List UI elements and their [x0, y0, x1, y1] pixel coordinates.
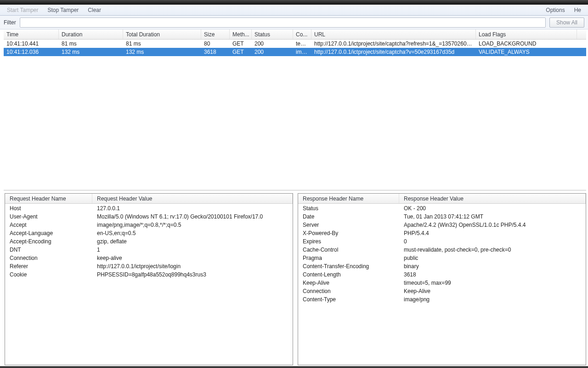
header-value: en-US,en;q=0.5 [92, 230, 293, 236]
header-row[interactable]: Host127.0.0.1 [5, 204, 293, 213]
cell: http://127.0.0.1/ictproject/site/captcha… [311, 40, 476, 47]
show-all-button[interactable]: Show All [549, 17, 584, 28]
header-value: binary [399, 263, 586, 270]
header-value: Mozilla/5.0 (Windows NT 6.1; rv:17.0) Ge… [92, 213, 293, 220]
header-name: Status [298, 205, 399, 212]
header-name: Cookie [5, 271, 92, 278]
cell: http://127.0.0.1/ictproject/site/captcha… [311, 49, 476, 55]
header-name: X-Powered-By [298, 230, 399, 236]
toolbar: Start Tamper Stop Tamper Clear Options H… [0, 5, 588, 16]
cell: 10:41:12.036 [4, 49, 59, 55]
header-value: gzip, deflate [92, 238, 293, 245]
help-button[interactable]: He [570, 6, 585, 15]
cell: GET [230, 49, 252, 55]
header-value: image/png [399, 296, 586, 303]
col-time[interactable]: Time [4, 29, 59, 39]
header-name: Accept [5, 222, 92, 228]
col-duration[interactable]: Duration [59, 29, 123, 39]
clear-button[interactable]: Clear [84, 6, 105, 15]
table-row[interactable]: 10:41:10.44181 ms81 ms80GET200text...htt… [4, 40, 586, 48]
table-row[interactable]: 10:41:12.036132 ms132 ms3618GET200ima...… [4, 48, 586, 56]
options-button[interactable]: Options [542, 6, 569, 15]
header-value: 127.0.0.1 [92, 205, 293, 212]
header-name: Pragma [298, 255, 399, 261]
cell: ima... [293, 49, 311, 55]
header-value: Keep-Alive [399, 288, 586, 294]
filter-label: Filter [4, 19, 16, 26]
header-row[interactable]: DNT1 [5, 246, 293, 254]
header-value: public [399, 255, 586, 261]
response-headers-header: Response Header Name Response Header Val… [298, 194, 586, 204]
cell: 3618 [201, 49, 230, 55]
header-row[interactable]: X-Powered-ByPHP/5.4.4 [298, 229, 586, 237]
header-row[interactable]: Content-Transfer-Encodingbinary [298, 262, 586, 270]
start-tamper-button[interactable]: Start Tamper [3, 6, 42, 15]
header-row[interactable]: ConnectionKeep-Alive [298, 287, 586, 295]
header-row[interactable]: Cache-Controlmust-revalidate, post-check… [298, 246, 586, 254]
header-row[interactable]: Content-Typeimage/png [298, 295, 586, 304]
header-name: Keep-Alive [298, 280, 399, 286]
header-name: Host [5, 205, 92, 212]
grid-body: 10:41:10.44181 ms81 ms80GET200text...htt… [4, 40, 586, 56]
col-content-type[interactable]: Co... [293, 29, 311, 39]
request-headers-header: Request Header Name Request Header Value [5, 194, 293, 204]
header-name: Accept-Encoding [5, 238, 92, 245]
filter-input[interactable] [20, 17, 546, 28]
header-row[interactable]: Accept-Encodinggzip, deflate [5, 237, 293, 246]
request-headers-body: Host127.0.0.1User-AgentMozilla/5.0 (Wind… [5, 204, 293, 365]
col-method[interactable]: Meth... [230, 29, 252, 39]
header-row[interactable]: Pragmapublic [298, 254, 586, 262]
header-row[interactable]: Acceptimage/png,image/*;q=0.8,*/*;q=0.5 [5, 221, 293, 229]
header-row[interactable]: DateTue, 01 Jan 2013 07:41:12 GMT [298, 213, 586, 221]
res-header-value-col[interactable]: Response Header Value [399, 194, 586, 203]
col-total-duration[interactable]: Total Duration [123, 29, 201, 39]
req-header-name-col[interactable]: Request Header Name [5, 194, 92, 203]
cell: 81 ms [59, 40, 123, 47]
header-row[interactable]: User-AgentMozilla/5.0 (Windows NT 6.1; r… [5, 213, 293, 221]
header-name: Expires [298, 238, 399, 245]
col-load-flags[interactable]: Load Flags [476, 29, 577, 39]
requests-grid: Time Duration Total Duration Size Meth..… [4, 29, 586, 190]
cell: text... [293, 40, 311, 47]
header-name: Connection [298, 288, 399, 294]
req-header-value-col[interactable]: Request Header Value [92, 194, 293, 203]
stop-tamper-button[interactable]: Stop Tamper [43, 6, 83, 15]
filter-row: Filter Show All [0, 16, 588, 29]
grid-header: Time Duration Total Duration Size Meth..… [4, 29, 586, 40]
header-value: 1 [92, 247, 293, 253]
cell: 10:41:10.441 [4, 40, 59, 47]
header-row[interactable]: Content-Length3618 [298, 270, 586, 279]
cell: 81 ms [123, 40, 201, 47]
header-name: DNT [5, 247, 92, 253]
request-headers-panel: Request Header Name Request Header Value… [5, 193, 293, 365]
header-value: keep-alive [92, 255, 293, 261]
header-row[interactable]: CookiePHPSESSID=8galfp48a552oq899hq4s3ru… [5, 270, 293, 279]
header-row[interactable]: Accept-Languageen-US,en;q=0.5 [5, 229, 293, 237]
window-bottom-edge [0, 366, 588, 368]
header-row[interactable]: Expires0 [298, 237, 586, 246]
header-row[interactable]: StatusOK - 200 [298, 204, 586, 213]
cell: VALIDATE_ALWAYS [476, 49, 577, 55]
header-row[interactable]: Keep-Alivetimeout=5, max=99 [298, 279, 586, 287]
header-value: timeout=5, max=99 [399, 280, 586, 286]
header-row[interactable]: ServerApache/2.4.2 (Win32) OpenSSL/1.0.1… [298, 221, 586, 229]
header-name: Referer [5, 263, 92, 270]
col-url[interactable]: URL [311, 29, 476, 39]
header-value: must-revalidate, post-check=0, pre-check… [399, 247, 586, 253]
header-name: Accept-Language [5, 230, 92, 236]
header-row[interactable]: Connectionkeep-alive [5, 254, 293, 262]
res-header-name-col[interactable]: Response Header Name [298, 194, 399, 203]
header-name: Content-Length [298, 271, 399, 278]
header-value: 0 [399, 238, 586, 245]
header-name: Connection [5, 255, 92, 261]
window-titlebar-edge [0, 0, 588, 5]
header-row[interactable]: Refererhttp://127.0.0.1/ictproject/site/… [5, 262, 293, 270]
col-status[interactable]: Status [252, 29, 293, 39]
cell: 132 ms [59, 49, 123, 55]
header-value: PHP/5.4.4 [399, 230, 586, 236]
header-name: Cache-Control [298, 247, 399, 253]
header-name: User-Agent [5, 213, 92, 220]
cell: 200 [252, 40, 293, 47]
col-size[interactable]: Size [201, 29, 230, 39]
header-value: Tue, 01 Jan 2013 07:41:12 GMT [399, 213, 586, 220]
